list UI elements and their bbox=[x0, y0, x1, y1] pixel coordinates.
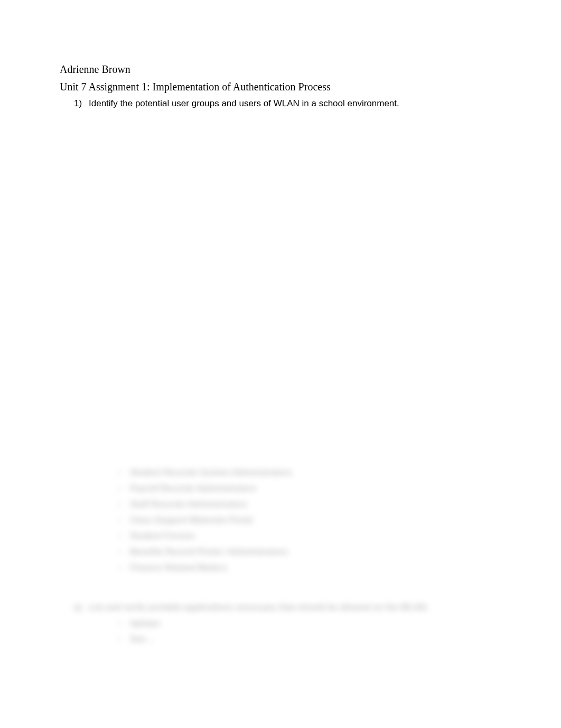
blurred-text: laptops bbox=[130, 619, 160, 628]
question-number: 1) bbox=[74, 98, 89, 109]
bullet-icon bbox=[117, 471, 121, 475]
list-item: See… bbox=[117, 634, 444, 644]
bullet-icon bbox=[117, 502, 121, 506]
question-1: 1) Identify the potential user groups an… bbox=[74, 98, 501, 109]
blurred-text: Payroll Records Administrators bbox=[130, 484, 256, 493]
author-name: Adrienne Brown bbox=[60, 63, 501, 76]
list-item: Benefits Record Portal / Administrators bbox=[117, 547, 391, 557]
blurred-text: Benefits Record Portal / Administrators bbox=[130, 547, 288, 557]
bullet-icon bbox=[117, 486, 121, 491]
blurred-text: See… bbox=[130, 634, 153, 644]
list-item: Student Records System Administrators bbox=[117, 468, 391, 477]
blurred-content-1: Student Records System Administrators Pa… bbox=[74, 468, 391, 579]
list-item: Staff Records Administrators bbox=[117, 500, 391, 509]
list-item: Payroll Records Administrators bbox=[117, 484, 391, 493]
bullet-icon bbox=[117, 621, 121, 625]
document-title: Unit 7 Assignment 1: Implementation of A… bbox=[60, 81, 501, 93]
bullet-icon bbox=[117, 637, 121, 641]
list-item: laptops bbox=[117, 619, 444, 628]
question-text: Identify the potential user groups and u… bbox=[89, 98, 399, 109]
blurred-text: Staff Records Administrators bbox=[130, 500, 247, 509]
blurred-text: Finance Related Matters bbox=[130, 563, 227, 573]
question-number: 2) bbox=[74, 603, 89, 613]
blurred-text: Student Forums bbox=[130, 531, 195, 541]
bullet-icon bbox=[117, 550, 121, 554]
question-2: 2) List and verify portable applications… bbox=[74, 603, 444, 613]
bullet-icon bbox=[117, 566, 121, 570]
bullet-icon bbox=[117, 534, 121, 538]
blurred-content-2: 2) List and verify portable applications… bbox=[74, 603, 444, 650]
bullet-icon bbox=[117, 518, 121, 522]
list-item: Finance Related Matters bbox=[117, 563, 391, 573]
blurred-text: Class Support Materials Portal bbox=[130, 515, 253, 525]
list-item: Student Forums bbox=[117, 531, 391, 541]
question-text: List and verify portable applications ne… bbox=[89, 603, 428, 613]
list-item: Class Support Materials Portal bbox=[117, 515, 391, 525]
blurred-text: Student Records System Administrators bbox=[130, 468, 292, 477]
document-page: Adrienne Brown Unit 7 Assignment 1: Impl… bbox=[0, 0, 561, 145]
